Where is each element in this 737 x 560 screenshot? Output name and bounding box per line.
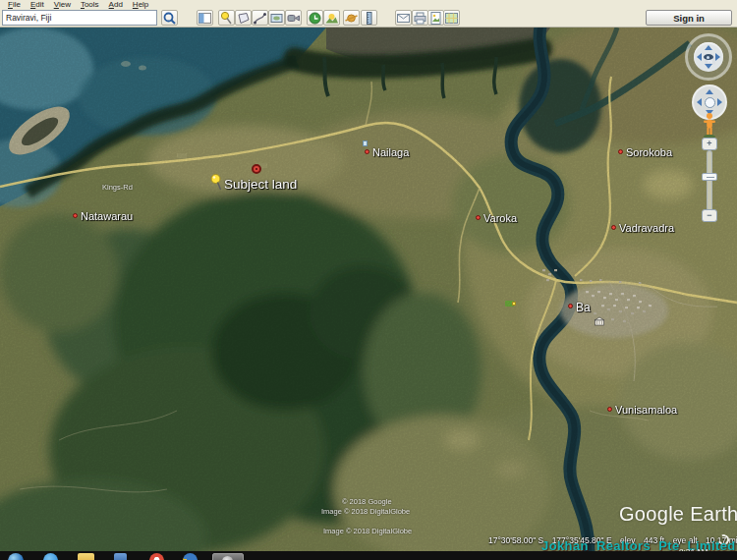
sun-icon [324, 11, 339, 26]
move-left-arrow-icon [697, 98, 702, 106]
zoom-slider-track[interactable] [707, 150, 712, 211]
town-dot-icon [568, 304, 573, 308]
village-dot-icon [73, 213, 78, 218]
save-image-icon [428, 11, 443, 26]
map-viewport[interactable]: Natawarau Kings-Rd Subject land Nailaga … [0, 28, 737, 551]
zoom-out-button[interactable]: − [702, 209, 717, 222]
move-up-arrow-icon [706, 89, 713, 94]
start-button-icon[interactable] [8, 553, 24, 560]
satellite-imagery [0, 28, 737, 551]
historical-imagery-button[interactable] [307, 10, 323, 26]
menu-view[interactable]: View [49, 0, 76, 10]
envelope-icon [396, 11, 411, 26]
print-button[interactable] [412, 10, 428, 26]
village-dot-icon [611, 225, 616, 230]
toolbar: Sign in [0, 10, 737, 28]
toggle-sidebar-button[interactable] [197, 10, 213, 26]
village-dot-icon [607, 407, 612, 412]
zoom-in-button[interactable]: + [702, 138, 717, 150]
email-button[interactable] [395, 10, 412, 26]
placemark-sorokoba[interactable]: Sorokoba [626, 146, 672, 158]
move-knob[interactable] [705, 97, 715, 108]
look-left-arrow-icon [697, 53, 702, 61]
search-icon [162, 11, 177, 26]
camcorder-icon [286, 11, 301, 26]
sidebar-icon [198, 11, 212, 26]
printer-icon [413, 11, 427, 26]
placemark-subject-land[interactable]: Subject land [224, 177, 297, 192]
eye-icon [704, 54, 713, 60]
copyright-digitalglobe-1: Image © 2018 DigitalGlobe [321, 507, 410, 516]
google-earth-taskbar-icon[interactable] [183, 553, 198, 560]
view-in-google-maps-button[interactable] [443, 10, 460, 26]
active-task-button[interactable] [212, 553, 244, 560]
menu-file[interactable]: File [3, 0, 26, 10]
planets-button[interactable] [343, 10, 360, 26]
sunlight-button[interactable] [323, 10, 340, 26]
move-right-arrow-icon [717, 98, 722, 106]
village-dot-icon [365, 149, 369, 154]
map-icon [444, 11, 459, 26]
placemark-natawarau[interactable]: Natawarau [81, 210, 133, 222]
copyright-digitalglobe-2: Image © 2018 DigitalGlobe [323, 527, 412, 535]
look-down-arrow-icon [705, 64, 712, 69]
menu-tools[interactable]: Tools [76, 0, 104, 10]
search-button[interactable] [161, 10, 178, 26]
add-image-overlay-button[interactable] [268, 10, 285, 26]
sign-in-button[interactable]: Sign in [646, 10, 732, 26]
placemark-nailaga[interactable]: Nailaga [372, 146, 409, 158]
google-earth-watermark: Google Earth [619, 503, 737, 526]
menu-edit[interactable]: Edit [26, 0, 49, 10]
placemark-icon [219, 11, 234, 26]
add-placemark-button[interactable] [218, 10, 235, 26]
menu-add[interactable]: Add [104, 0, 128, 10]
folder-icon[interactable] [78, 553, 94, 560]
menu-bar: File Edit View Tools Add Help [0, 0, 737, 10]
latitude-value: 17°30'58.00" S [488, 535, 543, 545]
search-input[interactable] [2, 10, 157, 26]
yellow-pushpin-icon[interactable] [209, 173, 223, 192]
copyright-google: © 2018 Google [342, 497, 392, 506]
village-dot-icon [476, 215, 481, 220]
look-right-arrow-icon [715, 53, 720, 61]
pegman-icon[interactable] [703, 112, 716, 140]
placemark-ba[interactable]: Ba [576, 301, 591, 314]
poi-icon-yellow[interactable] [512, 302, 516, 306]
record-tour-button[interactable] [285, 10, 302, 26]
look-joystick[interactable] [685, 33, 732, 81]
menu-help[interactable]: Help [128, 0, 153, 10]
village-dot-icon [618, 149, 623, 154]
ruler-icon [362, 11, 376, 26]
image-overlay-icon [269, 11, 284, 26]
road-label-kings-rd: Kings-Rd [102, 183, 133, 192]
app-icon-blue[interactable] [114, 553, 127, 560]
placemark-varoka[interactable]: Varoka [483, 212, 517, 224]
internet-explorer-icon[interactable] [43, 553, 58, 560]
subject-land-marker[interactable] [252, 164, 261, 174]
saturn-icon [344, 11, 359, 26]
windows-taskbar[interactable] [0, 551, 737, 560]
polygon-icon [236, 11, 251, 26]
zoom-slider-handle[interactable] [702, 173, 717, 181]
look-joystick-disc[interactable] [694, 42, 723, 72]
chrome-icon[interactable] [149, 553, 164, 560]
look-up-arrow-icon [705, 45, 712, 50]
save-image-button[interactable] [427, 10, 444, 26]
placemark-vadravadra[interactable]: Vadravadra [619, 222, 674, 234]
add-polygon-button[interactable] [235, 10, 252, 26]
poi-icon-nailaga[interactable] [363, 140, 368, 146]
path-icon [253, 11, 267, 26]
google-earth-window: File Edit View Tools Add Help Sign in [0, 0, 737, 560]
ruler-button[interactable] [361, 10, 377, 26]
add-path-button[interactable] [252, 10, 268, 26]
clock-globe-icon [308, 11, 322, 26]
placemark-vunisamaloa[interactable]: Vunisamaloa [615, 404, 677, 416]
building-icon[interactable] [594, 316, 605, 326]
